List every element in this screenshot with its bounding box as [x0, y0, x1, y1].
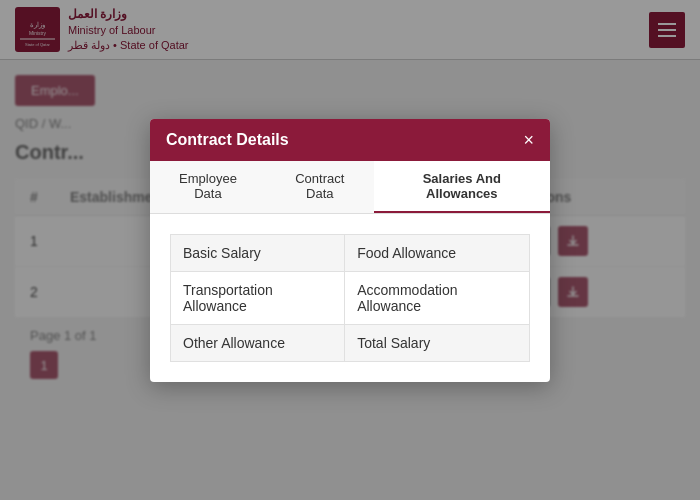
tab-salaries-allowances[interactable]: Salaries And Allowances: [374, 161, 550, 213]
tab-contract-data[interactable]: Contract Data: [266, 161, 374, 213]
modal-header: Contract Details ×: [150, 119, 550, 161]
basic-salary-label: Basic Salary: [171, 234, 345, 271]
accommodation-allowance-label: Accommodation Allowance: [345, 271, 530, 324]
modal-close-button[interactable]: ×: [523, 131, 534, 149]
salary-row-2: Transportation Allowance Accommodation A…: [171, 271, 530, 324]
food-allowance-label: Food Allowance: [345, 234, 530, 271]
modal-overlay: Contract Details × Employee Data Contrac…: [0, 0, 700, 500]
tab-employee-data[interactable]: Employee Data: [150, 161, 266, 213]
salary-row-3: Other Allowance Total Salary: [171, 324, 530, 361]
modal-tabs: Employee Data Contract Data Salaries And…: [150, 161, 550, 214]
salary-table: Basic Salary Food Allowance Transportati…: [170, 234, 530, 362]
total-salary-label: Total Salary: [345, 324, 530, 361]
other-allowance-label: Other Allowance: [171, 324, 345, 361]
modal-title: Contract Details: [166, 131, 289, 149]
contract-details-modal: Contract Details × Employee Data Contrac…: [150, 119, 550, 382]
modal-body: Basic Salary Food Allowance Transportati…: [150, 214, 550, 382]
salary-row-1: Basic Salary Food Allowance: [171, 234, 530, 271]
transportation-allowance-label: Transportation Allowance: [171, 271, 345, 324]
